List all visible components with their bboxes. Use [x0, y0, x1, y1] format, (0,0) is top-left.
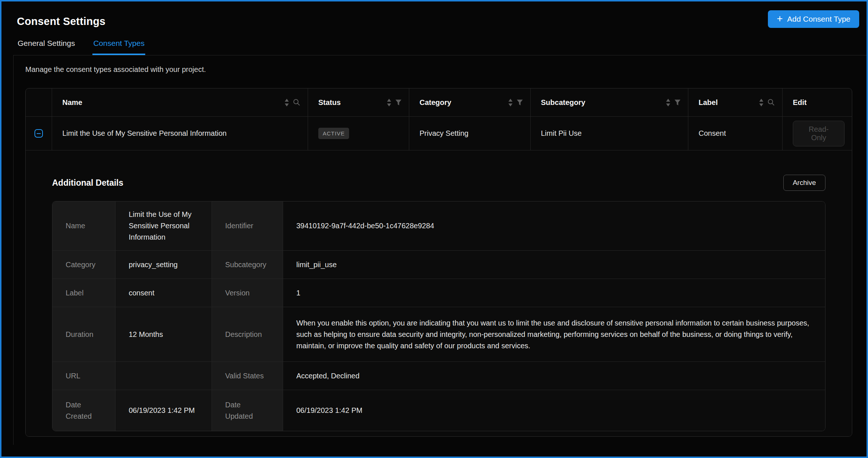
filter-icon[interactable] — [517, 99, 523, 106]
expanded-details-panel: Additional Details Archive Name Limit th… — [26, 150, 852, 436]
detail-value-duration: 12 Months — [116, 307, 212, 361]
column-label-status: Status — [318, 98, 341, 107]
detail-value-valid-states: Accepted, Declined — [283, 362, 825, 390]
details-row-duration: Duration 12 Months Description When you … — [52, 307, 825, 362]
row-cell-name: Limit the Use of My Sensitive Personal I… — [52, 117, 308, 150]
consent-type-row: Limit the Use of My Sensitive Personal I… — [26, 117, 852, 150]
details-row-url: URL Valid States Accepted, Declined — [52, 362, 825, 390]
filter-icon[interactable] — [395, 99, 402, 106]
page-title: Consent Settings — [17, 15, 106, 28]
column-label-label: Label — [699, 98, 718, 107]
tab-consent-types[interactable]: Consent Types — [92, 37, 145, 55]
detail-value-url — [116, 362, 212, 390]
add-consent-type-label: Add Consent Type — [787, 15, 850, 23]
details-row-label: Label consent Version 1 — [52, 279, 825, 307]
detail-value-date-created: 06/19/2023 1:42 PM — [116, 390, 212, 431]
detail-label-date-updated: Date Updated — [212, 390, 283, 431]
filter-icon[interactable] — [674, 99, 681, 106]
sort-icon[interactable] — [666, 99, 671, 106]
detail-label-url: URL — [52, 362, 116, 390]
details-row-name: Name Limit the Use of My Sensitive Perso… — [52, 201, 825, 251]
row-cell-edit: Read-Only — [783, 117, 852, 150]
search-icon[interactable] — [768, 99, 775, 106]
detail-value-identifier: 39410192-9a7f-442d-be50-1c47628e9284 — [283, 201, 825, 250]
sort-icon[interactable] — [759, 99, 764, 106]
sort-icon[interactable] — [387, 99, 392, 106]
header-cell-category[interactable]: Category — [409, 88, 531, 116]
detail-value-label: consent — [116, 279, 212, 307]
header-cell-expander — [26, 88, 52, 116]
tab-general-settings[interactable]: General Settings — [17, 37, 76, 55]
sort-icon[interactable] — [284, 99, 289, 106]
app-window: Consent Settings + Add Consent Type Gene… — [0, 0, 868, 458]
row-cell-subcategory: Limit Pii Use — [531, 117, 688, 150]
details-row-category: Category privacy_setting Subcategory lim… — [52, 251, 825, 279]
tab-bar: General Settings Consent Types — [1, 37, 867, 55]
page-header: Consent Settings + Add Consent Type — [1, 1, 867, 28]
table-header-row: Name Status Category — [26, 88, 852, 117]
detail-value-subcategory: limit_pii_use — [283, 251, 825, 279]
page-description: Manage the consent types associated with… — [25, 65, 867, 74]
detail-value-category: privacy_setting — [116, 251, 212, 279]
detail-label-label: Label — [52, 279, 116, 307]
detail-label-version: Version — [212, 279, 283, 307]
archive-button[interactable]: Archive — [783, 175, 825, 191]
details-row-dates: Date Created 06/19/2023 1:42 PM Date Upd… — [52, 390, 825, 431]
status-badge: ACTIVE — [318, 128, 349, 139]
detail-label-subcategory: Subcategory — [212, 251, 283, 279]
column-label-edit: Edit — [793, 98, 807, 107]
detail-label-date-created: Date Created — [52, 390, 116, 431]
row-cell-status: ACTIVE — [308, 117, 409, 150]
details-table: Name Limit the Use of My Sensitive Perso… — [52, 201, 825, 431]
detail-label-valid-states: Valid States — [212, 362, 283, 390]
header-cell-edit: Edit — [783, 88, 852, 116]
detail-label-identifier: Identifier — [212, 201, 283, 250]
detail-value-date-updated: 06/19/2023 1:42 PM — [283, 390, 825, 431]
row-cell-label: Consent — [688, 117, 783, 150]
header-cell-name[interactable]: Name — [52, 88, 308, 116]
plus-icon: + — [777, 14, 783, 24]
read-only-button[interactable]: Read-Only — [793, 121, 845, 146]
row-cell-expander — [26, 117, 52, 150]
collapse-row-button[interactable] — [34, 129, 43, 138]
detail-value-name: Limit the Use of My Sensitive Personal I… — [116, 201, 212, 250]
search-icon[interactable] — [293, 99, 300, 106]
detail-label-name: Name — [52, 201, 116, 250]
add-consent-type-button[interactable]: + Add Consent Type — [768, 10, 859, 28]
row-cell-category: Privacy Setting — [409, 117, 531, 150]
consent-types-table: Name Status Category — [25, 88, 852, 437]
detail-label-duration: Duration — [52, 307, 116, 361]
minus-icon — [37, 133, 41, 134]
column-label-name: Name — [62, 98, 82, 107]
tab-content: Manage the consent types associated with… — [13, 55, 867, 445]
header-cell-status[interactable]: Status — [308, 88, 409, 116]
detail-label-description: Description — [212, 307, 283, 361]
details-header: Additional Details Archive — [52, 150, 825, 191]
detail-value-version: 1 — [283, 279, 825, 307]
details-title: Additional Details — [52, 178, 123, 188]
header-cell-subcategory[interactable]: Subcategory — [531, 88, 688, 116]
detail-label-category: Category — [52, 251, 116, 279]
column-label-subcategory: Subcategory — [541, 98, 585, 107]
header-cell-label[interactable]: Label — [688, 88, 783, 116]
sort-icon[interactable] — [508, 99, 513, 106]
detail-value-description: When you enable this option, you are ind… — [283, 307, 825, 361]
column-label-category: Category — [420, 98, 451, 107]
